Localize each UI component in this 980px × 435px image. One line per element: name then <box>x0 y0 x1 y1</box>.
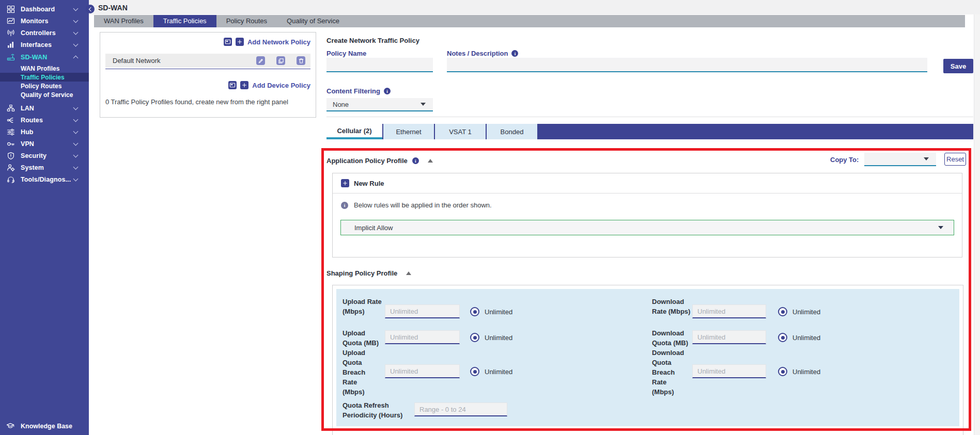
sidebar-item-dashboard[interactable]: Dashboard <box>0 3 89 15</box>
tab-policy-routes[interactable]: Policy Routes <box>216 15 277 27</box>
sidebar-item-routes[interactable]: Routes <box>0 114 89 126</box>
download-quota-breach-unlimited-radio[interactable]: Unlimited <box>778 367 820 376</box>
sidebar-item-hub[interactable]: Hub <box>0 126 89 138</box>
collapse-triangle-icon[interactable] <box>428 159 433 163</box>
upload-quota-breach-unlimited-radio[interactable]: Unlimited <box>470 367 512 376</box>
sidebar-subitem-traffic-policies[interactable]: Traffic Policies <box>0 73 89 82</box>
info-icon[interactable]: i <box>412 157 419 164</box>
upload-quota-unlimited-radio[interactable]: Unlimited <box>470 333 512 342</box>
upload-rate-unlimited-radio[interactable]: Unlimited <box>470 307 512 316</box>
download-quota-unlimited-radio[interactable]: Unlimited <box>778 333 820 342</box>
quota-refresh-input[interactable] <box>414 402 507 416</box>
subitem-label: WAN Profiles <box>21 65 59 72</box>
copy-icon-button[interactable] <box>276 56 285 65</box>
page-header <box>89 0 980 14</box>
sidebar-item-monitors[interactable]: Monitors <box>0 15 89 27</box>
notes-label: Notes / Description i <box>447 50 518 57</box>
application-policy-title: Application Policy Profile <box>326 157 408 165</box>
radio-selected-icon <box>778 367 787 376</box>
back-button[interactable] <box>86 5 95 13</box>
sidebar-item-vpn[interactable]: VPN <box>0 138 89 150</box>
policy-template-icon-button[interactable] <box>224 38 232 46</box>
user-gear-icon <box>6 164 15 172</box>
radio-selected-icon <box>470 333 479 342</box>
add-icon-button[interactable] <box>236 38 244 46</box>
antenna-icon <box>6 29 15 37</box>
new-rule-row: New Rule <box>333 173 962 194</box>
shaping-policy-header: Shaping Policy Profile <box>326 269 411 277</box>
sidebar-subitem-policy-routes[interactable]: Policy Routes <box>0 82 89 90</box>
sidebar-item-sdwan[interactable]: SD-WAN <box>0 51 89 64</box>
upload-quota-input[interactable] <box>385 330 460 344</box>
tab-bonded[interactable]: Bonded <box>486 124 537 139</box>
new-rule-button[interactable]: New Rule <box>354 180 384 187</box>
save-button[interactable]: Save <box>943 59 973 73</box>
download-quota-breach-label: Download Quota Breach Rate (Mbps) <box>652 348 688 397</box>
implicit-allow-rule[interactable]: Implicit Allow <box>340 220 954 235</box>
rules-info-message-row: i Below rules will be applied in the ord… <box>341 201 492 209</box>
sidebar-item-label: LAN <box>21 105 74 112</box>
download-quota-input[interactable] <box>692 330 766 344</box>
info-icon[interactable]: i <box>384 88 391 94</box>
sidebar-item-system[interactable]: System <box>0 162 89 173</box>
add-network-policy-row: Add Network Policy <box>224 38 310 46</box>
chevron-down-icon <box>73 141 79 146</box>
policy-name-label: Policy Name <box>326 50 366 57</box>
delete-icon-button[interactable] <box>297 56 305 65</box>
section-divider <box>326 117 973 117</box>
tab-cellular[interactable]: Cellular (2) <box>326 124 382 139</box>
sidebar-item-interfaces[interactable]: Interfaces <box>0 39 89 51</box>
edit-icon-button[interactable] <box>256 56 265 65</box>
panel-divider <box>105 69 310 69</box>
chevron-down-icon <box>73 105 79 110</box>
upload-quota-breach-input[interactable] <box>385 364 460 378</box>
scrollbar[interactable] <box>974 14 980 435</box>
add-icon-button[interactable] <box>341 179 349 187</box>
policy-template-icon-button[interactable] <box>228 81 237 89</box>
sidebar-subitem-wan-profiles[interactable]: WAN Profiles <box>0 64 89 73</box>
tab-ethernet[interactable]: Ethernet <box>382 124 434 139</box>
upload-rate-input[interactable] <box>385 304 460 318</box>
add-icon-button[interactable] <box>240 81 248 89</box>
add-network-policy-button[interactable]: Add Network Policy <box>247 38 310 46</box>
chevron-down-icon <box>73 6 79 11</box>
chevron-down-icon <box>73 117 79 122</box>
notes-input[interactable] <box>447 58 927 72</box>
tab-traffic-policies[interactable]: Traffic Policies <box>153 15 216 27</box>
add-device-policy-button[interactable]: Add Device Policy <box>252 82 310 89</box>
content-filtering-select[interactable]: None <box>326 98 433 111</box>
tab-bar-filler <box>537 124 973 139</box>
sidebar-item-security[interactable]: Security <box>0 150 89 162</box>
sidebar-item-tools-diagnostics[interactable]: Tools/Diagnos... <box>0 173 89 185</box>
sidebar-item-label: Security <box>21 152 74 159</box>
sidebar-subitem-quality-of-service[interactable]: Quality of Service <box>0 90 89 99</box>
radio-selected-icon <box>470 367 479 376</box>
tab-wan-profiles[interactable]: WAN Profiles <box>94 15 153 27</box>
policy-list-panel: Add Network Policy Default Network Add D… <box>100 32 316 118</box>
sidebar-item-knowledge-base[interactable]: Knowledge Base <box>0 420 89 432</box>
chevron-down-icon <box>73 30 79 35</box>
sidebar-item-controllers[interactable]: Controllers <box>0 27 89 39</box>
download-rate-unlimited-radio[interactable]: Unlimited <box>778 307 820 316</box>
download-quota-breach-input[interactable] <box>692 364 766 378</box>
network-policy-row[interactable]: Default Network <box>105 54 310 68</box>
sidebar-item-label: Routes <box>21 117 74 124</box>
copy-to-select[interactable] <box>864 153 936 166</box>
policy-name-input[interactable] <box>326 58 433 72</box>
tab-quality-of-service[interactable]: Quality of Service <box>277 15 349 27</box>
bar-chart-icon <box>6 41 15 49</box>
reset-button[interactable]: Reset <box>944 153 966 166</box>
row-actions <box>256 56 310 65</box>
dashboard-icon <box>6 5 15 13</box>
tab-vsat-1[interactable]: VSAT 1 <box>434 124 486 139</box>
content-filtering-label: Content Filtering i <box>326 87 391 95</box>
download-rate-input[interactable] <box>692 304 766 318</box>
sidebar-item-lan[interactable]: LAN <box>0 102 89 114</box>
collapse-triangle-icon[interactable] <box>406 271 411 275</box>
key-icon <box>6 140 15 148</box>
network-tree-icon <box>6 104 15 112</box>
chevron-down-icon <box>73 153 79 158</box>
info-icon[interactable]: i <box>511 50 518 57</box>
copy-to-label: Copy To: <box>830 156 859 164</box>
rules-box: New Rule i Below rules will be applied i… <box>332 173 962 257</box>
